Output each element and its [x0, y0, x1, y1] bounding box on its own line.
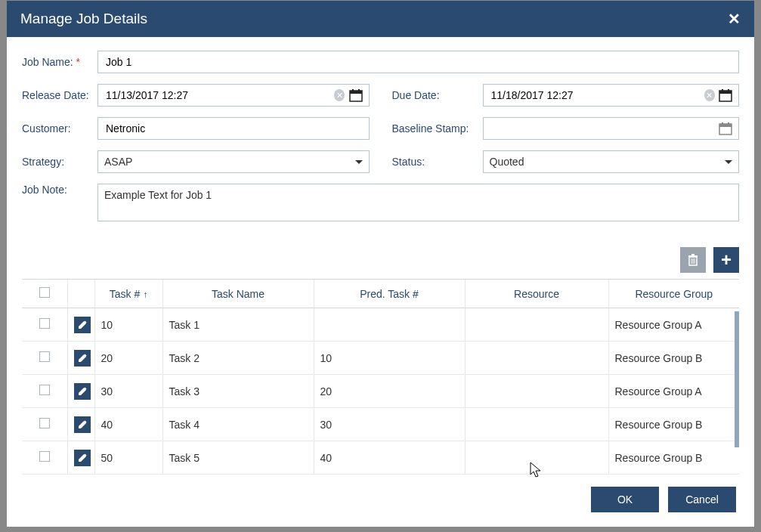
row-checkbox[interactable]	[39, 385, 50, 395]
row-checkbox[interactable]	[39, 318, 50, 329]
cell-pred: 30	[314, 408, 465, 441]
edit-button[interactable]	[74, 350, 91, 367]
job-name-input[interactable]	[104, 55, 732, 69]
pencil-icon	[77, 419, 88, 430]
svg-rect-9	[719, 124, 732, 127]
cell-task-num: 10	[94, 308, 162, 342]
pencil-icon	[77, 453, 88, 463]
header-task-name[interactable]: Task Name	[162, 280, 314, 308]
required-mark: *	[76, 56, 80, 68]
svg-rect-7	[728, 89, 729, 92]
svg-rect-5	[719, 91, 732, 94]
table-header-row: Task #↑ Task Name Pred. Task # Resource …	[22, 280, 739, 308]
table-toolbar: +	[7, 247, 754, 279]
cell-resource	[465, 375, 608, 408]
cell-task-num: 50	[94, 441, 162, 475]
svg-rect-10	[722, 122, 723, 125]
dialog-footer: OK Cancel	[7, 475, 754, 527]
plus-icon: +	[721, 249, 732, 271]
form-area: Job Name: * Release Date: ✕ Due Date:	[7, 37, 754, 240]
baseline-field[interactable]	[483, 117, 740, 140]
table-row[interactable]: 40Task 430Resource Group B	[22, 408, 739, 441]
clear-icon[interactable]: ✕	[334, 89, 345, 101]
table-row[interactable]: 10Task 1Resource Group A	[22, 308, 739, 342]
tasks-table: Task #↑ Task Name Pred. Task # Resource …	[22, 280, 739, 475]
pencil-icon	[77, 386, 88, 397]
calendar-icon[interactable]	[719, 122, 732, 135]
manage-job-details-dialog: Manage Job Details ✕ Job Name: * Release…	[6, 0, 755, 527]
edit-button[interactable]	[74, 450, 91, 466]
pencil-icon	[77, 353, 88, 363]
cell-pred	[314, 308, 465, 342]
header-resource-group[interactable]: Resource Group	[608, 280, 739, 308]
edit-button[interactable]	[74, 416, 91, 433]
job-name-label: Job Name: *	[22, 56, 90, 68]
cell-resource-group: Resource Group A	[608, 308, 739, 342]
chevron-down-icon[interactable]	[725, 160, 732, 164]
strategy-value: ASAP	[104, 156, 355, 168]
pencil-icon	[77, 320, 88, 330]
table-row[interactable]: 50Task 540Resource Group B	[22, 441, 739, 475]
cell-resource	[465, 308, 608, 342]
header-pred[interactable]: Pred. Task #	[314, 280, 465, 308]
cell-resource-group: Resource Group B	[608, 342, 739, 375]
release-date-field[interactable]: ✕	[97, 84, 370, 107]
vertical-scrollbar[interactable]	[735, 311, 739, 447]
cell-pred: 40	[314, 441, 465, 475]
customer-label: Customer:	[22, 122, 90, 135]
calendar-icon[interactable]	[719, 88, 732, 102]
status-select[interactable]: Quoted	[483, 150, 740, 173]
trash-icon	[686, 253, 700, 267]
customer-input[interactable]	[104, 122, 363, 135]
svg-rect-2	[352, 89, 354, 92]
clear-icon[interactable]: ✕	[704, 89, 715, 101]
cell-pred: 10	[314, 342, 465, 375]
strategy-label: Strategy:	[22, 156, 90, 168]
cell-resource	[465, 441, 608, 475]
due-date-input[interactable]	[490, 88, 704, 102]
dialog-titlebar: Manage Job Details ✕	[7, 1, 754, 37]
customer-field[interactable]	[97, 117, 370, 140]
svg-rect-13	[688, 255, 698, 257]
svg-rect-14	[691, 254, 694, 255]
job-name-field[interactable]	[97, 51, 739, 73]
baseline-label: Baseline Stamp:	[392, 122, 475, 135]
due-date-label: Due Date:	[392, 89, 475, 101]
table-row[interactable]: 20Task 210Resource Group B	[22, 342, 739, 375]
job-note-value: Example Text for Job 1	[104, 189, 212, 201]
cell-task-name: Task 1	[162, 308, 314, 342]
header-checkbox[interactable]	[22, 280, 67, 308]
tasks-table-wrap: Task #↑ Task Name Pred. Task # Resource …	[22, 279, 739, 475]
add-button[interactable]: +	[713, 247, 739, 273]
row-checkbox[interactable]	[39, 351, 50, 362]
calendar-icon[interactable]	[349, 88, 363, 102]
cell-resource-group: Resource Group B	[608, 441, 739, 475]
status-label: Status:	[392, 156, 475, 168]
edit-button[interactable]	[74, 383, 91, 400]
job-note-field[interactable]: Example Text for Job 1	[97, 184, 739, 221]
cell-task-name: Task 4	[162, 408, 314, 441]
delete-button[interactable]	[680, 247, 706, 273]
checkbox[interactable]	[39, 287, 50, 298]
strategy-select[interactable]: ASAP	[97, 150, 370, 173]
row-checkbox[interactable]	[39, 451, 50, 462]
svg-rect-6	[722, 89, 723, 92]
ok-button[interactable]: OK	[591, 487, 659, 512]
due-date-field[interactable]: ✕	[483, 84, 740, 107]
cell-task-name: Task 2	[162, 342, 314, 375]
sort-asc-icon: ↑	[143, 289, 147, 300]
release-date-input[interactable]	[104, 88, 334, 102]
baseline-input[interactable]	[490, 122, 719, 135]
cancel-button[interactable]: Cancel	[668, 487, 736, 512]
cell-task-num: 40	[94, 408, 162, 441]
cell-task-num: 20	[94, 342, 162, 375]
table-row[interactable]: 30Task 320Resource Group A	[22, 375, 739, 408]
svg-rect-1	[350, 91, 362, 94]
cell-task-name: Task 3	[162, 375, 314, 408]
close-icon[interactable]: ✕	[728, 10, 741, 28]
header-resource[interactable]: Resource	[465, 280, 608, 308]
row-checkbox[interactable]	[39, 418, 50, 428]
header-task-num[interactable]: Task #↑	[94, 280, 162, 308]
edit-button[interactable]	[74, 317, 91, 333]
chevron-down-icon[interactable]	[355, 160, 363, 164]
